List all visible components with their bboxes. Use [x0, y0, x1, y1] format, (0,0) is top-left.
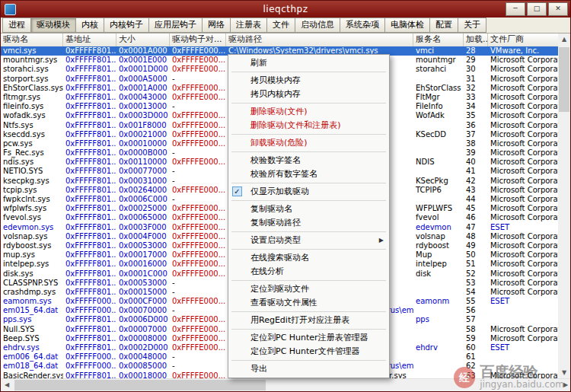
- column-header-load-order[interactable]: 加载...: [464, 33, 488, 46]
- vertical-scrollbar-thumb[interactable]: [559, 47, 569, 112]
- tab-kernel[interactable]: 内核: [76, 18, 104, 33]
- cell-driver-name: tcpip.sys: [1, 186, 63, 195]
- column-header-driver-name[interactable]: 驱动名: [1, 33, 63, 46]
- menu-item-search-driver-online[interactable]: 在线搜索驱动名: [229, 251, 388, 265]
- menu-item-show-loaded-only[interactable]: ✓仅显示加载驱动: [229, 185, 388, 199]
- menu-item-locate-pchunter-registry[interactable]: 定位到PC Hunter注册表管理器: [229, 331, 388, 345]
- cell-base-address: 0xFFFFF000...: [63, 362, 116, 371]
- tab-about[interactable]: 关于: [458, 18, 486, 33]
- vertical-scrollbar[interactable]: ▲ ▼: [558, 33, 570, 379]
- scroll-up-icon[interactable]: ▲: [558, 33, 570, 46]
- cell-driver-object: 0xFFFFE000...: [170, 334, 226, 343]
- cell-driver-object: 0xFFFFE000...: [170, 56, 226, 65]
- tab-registry[interactable]: 注册表: [231, 18, 267, 33]
- horizontal-scrollbar-thumb[interactable]: [14, 380, 266, 390]
- menu-item-delete-driver-file-registry[interactable]: 删除驱动(文件和注册表): [229, 119, 388, 132]
- cell-file-vendor: Microsoft Corporatio...: [488, 139, 560, 148]
- column-header-file-vendor[interactable]: 文件厂商: [488, 33, 560, 46]
- cell-driver-name: EhStorClass.sys: [1, 84, 63, 93]
- menu-item-label: 用RegEdit打开对应注册表: [250, 315, 349, 325]
- cell-load-order: 45: [464, 204, 488, 213]
- menu-item-refresh[interactable]: 刷新: [229, 56, 388, 70]
- cell-base-address: 0xFFFFF801...: [63, 269, 116, 279]
- menu-item-unload-driver[interactable]: 卸载驱动(危险): [229, 136, 388, 150]
- cell-load-order: 62: [464, 362, 488, 371]
- menu-item-copy-kernel-memory[interactable]: 拷贝内核内存: [229, 88, 388, 101]
- cell-load-order: 33: [464, 93, 488, 102]
- menu-item-locate-driver-file[interactable]: 定位到驱动文件: [229, 282, 388, 296]
- tab-kernel-hook[interactable]: 内核钩子: [104, 18, 149, 33]
- menu-item-label: 定位到PC Hunter文件管理器: [250, 346, 360, 356]
- cell-size: 0x00016000: [116, 260, 170, 269]
- menu-item-copy-module-memory[interactable]: 拷贝模块内存: [229, 74, 388, 88]
- maximize-button[interactable]: □: [527, 2, 547, 16]
- cell-base-address: 0xFFFFF801...: [63, 148, 116, 158]
- cell-file-vendor: Microsoft Corporatio...: [488, 260, 560, 269]
- cell-driver-name: ksecpkg.sys: [1, 177, 63, 186]
- tab-app-hook[interactable]: 应用层钩子: [149, 18, 203, 33]
- cell-size: 0x0000B000: [116, 148, 170, 158]
- cell-file-vendor: Microsoft Corporatio...: [488, 148, 560, 158]
- column-header-base-address[interactable]: 基地址: [63, 33, 116, 46]
- scroll-left-icon[interactable]: ◀: [1, 379, 13, 391]
- menu-item-verify-signature[interactable]: 校验数字签名: [229, 154, 388, 167]
- menu-item-label: 校验所有数字签名: [250, 169, 317, 179]
- cell-driver-name: mountmgr.sys: [1, 56, 63, 65]
- cell-size: 0x00017000: [116, 250, 170, 260]
- menu-separator: [231, 72, 386, 72]
- cell-service-name: [413, 75, 464, 84]
- menu-item-copy-driver-path[interactable]: 复制驱动路径: [229, 216, 388, 230]
- column-header-driver-object[interactable]: 驱动钩子对...: [170, 33, 226, 46]
- menu-item-view-file-properties[interactable]: 查看驱动文件属性: [229, 296, 388, 310]
- menu-item-export[interactable]: 导出: [229, 362, 388, 376]
- menu-item-delete-driver-file[interactable]: 删除驱动(文件): [229, 105, 388, 119]
- scroll-right-icon[interactable]: ▶: [560, 379, 571, 391]
- cell-base-address: 0xFFFFF801...: [63, 223, 116, 232]
- cell-driver-object: 0xFFFFE000...: [170, 325, 226, 334]
- menu-item-open-regedit[interactable]: 用RegEdit打开对应注册表: [229, 314, 388, 327]
- cell-size: 0x00021000: [116, 130, 170, 139]
- cell-driver-name: Fs_Rec.sys: [1, 148, 63, 158]
- title-bar[interactable]: lieqcthpz ─ □ ✕: [1, 1, 570, 18]
- tab-startup-info[interactable]: 启动信息: [295, 18, 340, 33]
- cell-size: 0x0001A000: [116, 46, 170, 56]
- close-button[interactable]: ✕: [548, 2, 568, 16]
- cell-driver-object: -: [170, 306, 226, 315]
- menu-item-locate-pchunter-file[interactable]: 定位到PC Hunter文件管理器: [229, 345, 388, 359]
- menu-item-set-start-type[interactable]: 设置启动类型▶: [229, 234, 388, 247]
- cell-size: 0x00008000: [116, 334, 170, 343]
- tab-pc-exam[interactable]: 电脑体检: [385, 18, 430, 33]
- tab-system-misc[interactable]: 系统杂项: [340, 18, 385, 33]
- tab-config[interactable]: 配置: [430, 18, 458, 33]
- menu-item-verify-all-signatures[interactable]: 校验所有数字签名: [229, 167, 388, 181]
- horizontal-scrollbar[interactable]: ◀ ▶: [1, 378, 571, 391]
- cell-file-vendor: Microsoft Corporatio...: [488, 195, 560, 204]
- cell-driver-object: 0xFFFFE000...: [170, 139, 226, 148]
- cell-load-order: 43: [464, 186, 488, 195]
- menu-item-analyze-online[interactable]: 在线分析: [229, 265, 388, 279]
- cell-base-address: 0xFFFFF801...: [63, 325, 116, 334]
- cell-load-order: 57: [464, 315, 488, 324]
- menu-item-copy-driver-name[interactable]: 复制驱动名: [229, 202, 388, 216]
- tab-file[interactable]: 文件: [267, 18, 295, 33]
- cell-load-order: 48: [464, 232, 488, 241]
- tab-bar: 进程驱动模块内核内核钩子应用层钩子网络注册表文件启动信息系统杂项电脑体检配置关于: [1, 18, 570, 33]
- column-header-size[interactable]: 大小: [116, 33, 170, 46]
- cell-base-address: 0xFFFFF801...: [63, 102, 116, 111]
- cell-driver-name: fltmgr.sys: [1, 93, 63, 102]
- cell-service-name: [413, 325, 464, 334]
- cell-file-vendor: Microsoft Corporatio...: [488, 325, 560, 334]
- cell-size: 0x00031000: [116, 177, 170, 186]
- cell-file-vendor: [488, 352, 560, 362]
- cell-load-order: 29: [464, 56, 488, 65]
- menu-item-label: 仅显示加载驱动: [250, 186, 309, 196]
- cell-file-vendor: [488, 362, 560, 371]
- minimize-button[interactable]: ─: [506, 2, 525, 16]
- cell-file-vendor: Microsoft Corporatio...: [488, 269, 560, 279]
- scroll-down-icon[interactable]: ▼: [558, 367, 570, 379]
- tab-driver-module[interactable]: 驱动模块: [31, 18, 76, 33]
- tab-network[interactable]: 网络: [203, 18, 231, 33]
- tab-process[interactable]: 进程: [2, 18, 31, 33]
- column-header-driver-path[interactable]: 驱动路径: [226, 33, 413, 46]
- column-header-service-name[interactable]: 服务名: [413, 33, 464, 46]
